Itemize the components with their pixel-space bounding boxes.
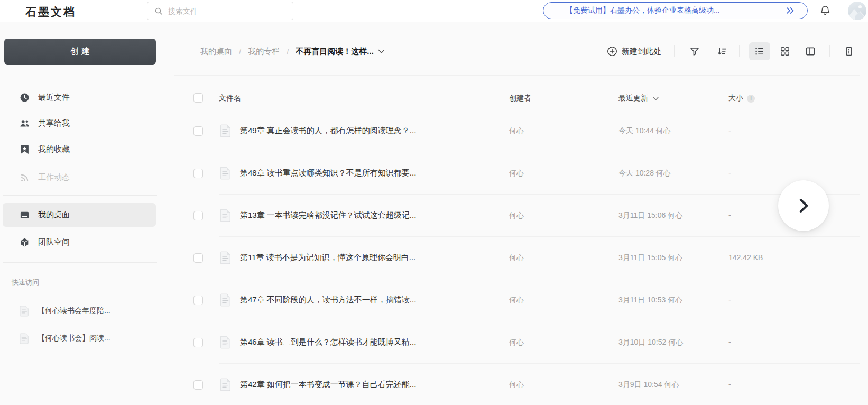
row-checkbox[interactable] (193, 296, 203, 305)
table-row[interactable]: 第49章 真正会读书的人，都有怎样的阅读理念？... 何心 今天 10:44 何… (166, 110, 868, 152)
toolbar-divider (739, 45, 740, 57)
file-updated: 今天 10:28 何心 (618, 169, 671, 178)
file-name: 第46章 读书三到是什么？怎样读书才能既博又精... (240, 337, 416, 347)
file-name: 第42章 如何把一本书变成一节课？自己看完还能... (240, 380, 416, 390)
list-view-icon (754, 46, 765, 57)
file-size: - (728, 380, 731, 389)
double-chevron-right-icon (785, 7, 796, 14)
quick-access-item[interactable]: 【何心读书会年度陪... (3, 300, 156, 321)
quick-access-label: 快速访问 (12, 278, 39, 287)
search-input[interactable] (168, 7, 287, 15)
sidebar-divider (3, 262, 157, 263)
breadcrumb-item-desktop[interactable]: 我的桌面 (200, 47, 232, 57)
view-grid-button[interactable] (778, 44, 792, 59)
toolbar-bottom-divider (174, 75, 860, 76)
split-view-icon (805, 46, 816, 57)
file-creator: 何心 (509, 296, 524, 305)
file-size: - (728, 169, 731, 177)
info-icon (844, 46, 854, 57)
quick-access-item[interactable]: 【何心读书会】阅读... (3, 328, 156, 349)
table-row[interactable]: 第13章 一本书读完啥都没记住？试试这套超级记... 何心 3月11日 15:0… (166, 195, 868, 237)
sidebar: 创建 最近文件 共享给我 我的收藏 (0, 22, 165, 405)
breadcrumb: 我的桌面 / 我的专栏 / 不再盲目阅读！这样... (200, 44, 385, 58)
plus-circle-icon (607, 46, 617, 57)
file-updated: 3月9日 10:54 何心 (618, 380, 679, 390)
toolbar-divider (829, 45, 830, 57)
sort-icon (717, 46, 727, 57)
table-row[interactable]: 第11章 读书不是为记知识，懂这个原理你会明白... 何心 3月11日 15:0… (166, 237, 868, 279)
view-split-button[interactable] (803, 44, 818, 59)
row-checkbox[interactable] (193, 253, 203, 263)
document-icon (220, 124, 231, 140)
sidebar-item-label: 最近文件 (38, 93, 70, 103)
document-icon (220, 251, 231, 266)
breadcrumb-item-column[interactable]: 我的专栏 (248, 47, 280, 57)
file-size: - (728, 338, 731, 346)
table-row[interactable]: 第42章 如何把一本书变成一节课？自己看完还能... 何心 3月9日 10:54… (166, 364, 868, 405)
filter-icon (689, 46, 700, 57)
table-row[interactable]: 第48章 读书重点读哪类知识？不是所有知识都要... 何心 今天 10:28 何… (166, 152, 868, 195)
column-header-name: 文件名 (219, 94, 241, 103)
row-checkbox[interactable] (193, 211, 203, 220)
breadcrumb-separator: / (239, 47, 241, 56)
bell-icon (819, 5, 831, 19)
file-name: 第49章 真正会读书的人，都有怎样的阅读理念？... (240, 126, 416, 136)
sidebar-item-recent[interactable]: 最近文件 (3, 87, 156, 108)
new-here-label: 新建到此处 (622, 47, 661, 57)
file-creator: 何心 (509, 169, 524, 178)
file-name: 第48章 读书重点读哪类知识？不是所有知识都要... (240, 168, 416, 178)
sidebar-item-desktop[interactable]: 我的桌面 (3, 203, 156, 227)
search-icon (153, 6, 164, 16)
sidebar-item-label: 我的桌面 (38, 210, 70, 220)
row-checkbox[interactable] (193, 338, 203, 347)
info-panel-button[interactable] (842, 44, 856, 59)
sort-button[interactable] (715, 44, 730, 59)
filter-button[interactable] (687, 44, 702, 59)
sidebar-item-favorites[interactable]: 我的收藏 (3, 139, 156, 160)
avatar[interactable] (848, 2, 866, 20)
view-list-button[interactable] (749, 42, 770, 60)
chevron-down-icon (378, 49, 385, 54)
row-checkbox[interactable] (193, 126, 203, 136)
file-updated: 今天 10:44 何心 (618, 126, 671, 136)
toolbar: 新建到此处 (607, 41, 856, 61)
document-icon (19, 333, 30, 344)
chevron-down-icon (653, 97, 659, 100)
trial-banner[interactable]: 【免费试用】石墨办公，体验企业表格高级功... (543, 2, 808, 19)
cube-icon (19, 237, 30, 247)
chevron-right-icon (795, 196, 812, 215)
table-row[interactable]: 第46章 读书三到是什么？怎样读书才能既博又精... 何心 3月10日 10:5… (166, 321, 868, 364)
top-bar: 石墨文档 【免费试用】石墨办公，体验企业表格高级功... (0, 0, 868, 22)
sidebar-item-label: 我的收藏 (38, 144, 70, 154)
breadcrumb-current[interactable]: 不再盲目阅读！这样... (296, 47, 385, 57)
document-icon (220, 336, 231, 351)
column-header-size-label: 大小 (728, 94, 743, 103)
search-box[interactable] (147, 2, 293, 20)
sidebar-item-label: 团队空间 (38, 237, 70, 247)
row-checkbox[interactable] (193, 380, 203, 390)
sidebar-item-shared[interactable]: 共享给我 (3, 113, 156, 134)
new-here-button[interactable]: 新建到此处 (607, 46, 661, 57)
next-page-button[interactable] (778, 180, 829, 231)
people-icon (19, 118, 30, 128)
document-icon (220, 378, 231, 393)
file-name: 第13章 一本书读完啥都没记住？试试这套超级记... (240, 210, 416, 220)
document-icon (19, 306, 30, 316)
column-header-updated[interactable]: 最近更新 (618, 94, 659, 103)
column-header-size: 大小 i (728, 94, 755, 103)
select-all-checkbox[interactable] (193, 93, 203, 103)
file-name: 第47章 不同阶段的人，读书方法不一样，搞错读... (240, 295, 416, 305)
create-button[interactable]: 创建 (4, 39, 156, 65)
file-size: - (728, 296, 731, 304)
notifications-button[interactable] (818, 5, 832, 19)
size-info-icon[interactable]: i (747, 95, 755, 103)
quick-access-item-label: 【何心读书会】阅读... (38, 334, 110, 343)
row-checkbox[interactable] (193, 169, 203, 178)
file-creator: 何心 (509, 126, 524, 136)
breadcrumb-current-label: 不再盲目阅读！这样... (296, 47, 374, 57)
file-size: - (728, 126, 731, 135)
toolbar-divider (674, 45, 675, 57)
sidebar-item-activity[interactable]: 工作动态 (3, 167, 156, 188)
sidebar-item-team-space[interactable]: 团队空间 (3, 232, 156, 253)
table-row[interactable]: 第47章 不同阶段的人，读书方法不一样，搞错读... 何心 3月11日 10:5… (166, 279, 868, 321)
